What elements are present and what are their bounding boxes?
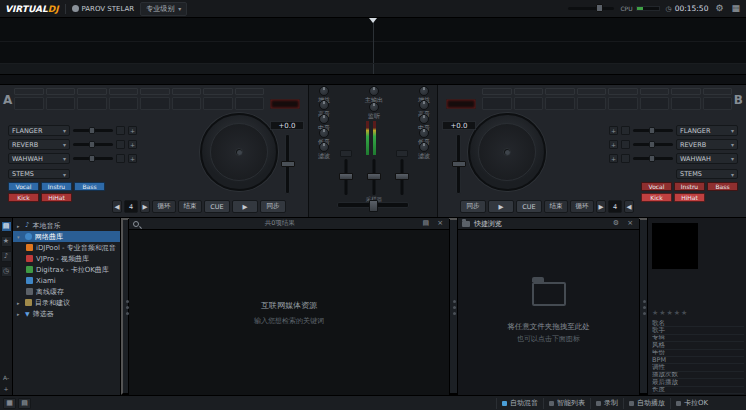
rail-favorites-button[interactable]: ★ — [1, 236, 12, 247]
hotcue-pad[interactable] — [671, 97, 701, 110]
master-volume-thumb[interactable] — [596, 4, 603, 12]
side-tab-left[interactable] — [121, 218, 129, 395]
pad-mode-button[interactable] — [46, 88, 76, 95]
master-volume-slider[interactable] — [568, 7, 614, 10]
hotcue-pad[interactable] — [514, 97, 544, 110]
pad-mode-button[interactable] — [77, 88, 107, 95]
eq-low-knob-ch2[interactable] — [419, 128, 429, 138]
rail-history-button[interactable]: ◷ — [1, 266, 12, 277]
jog-wheel[interactable] — [468, 113, 546, 191]
effect-slider-thumb[interactable] — [649, 155, 655, 162]
effect-amount-slider[interactable] — [73, 157, 113, 160]
stem-instru-button[interactable]: Instru — [674, 182, 705, 191]
eq-low-knob-ch1[interactable] — [319, 128, 329, 138]
stem-instru-button[interactable]: Instru — [41, 182, 72, 191]
pfl-button-ch2[interactable] — [396, 150, 408, 157]
cue-button[interactable]: CUE — [516, 200, 542, 213]
effect-toggle-button[interactable] — [116, 154, 125, 163]
stem-bass-button[interactable]: Bass — [707, 182, 738, 191]
pitch-slider[interactable] — [285, 134, 290, 194]
pad-mode-button[interactable] — [14, 88, 44, 95]
hotcue-pad[interactable] — [235, 97, 265, 110]
pad-mode-button[interactable] — [640, 88, 670, 95]
effect-add-button[interactable]: + — [128, 140, 137, 149]
pad-mode-button[interactable] — [109, 88, 139, 95]
eq-mid-knob-ch2[interactable] — [419, 114, 429, 124]
effect-amount-slider[interactable] — [633, 129, 673, 132]
waveform-display[interactable] — [0, 18, 746, 64]
karaoke-button[interactable]: 卡拉OK — [670, 398, 713, 409]
sidebar-item-vjpro[interactable]: VJPro - 视频曲库 — [13, 253, 120, 264]
loop-half-button[interactable]: ◀ — [624, 200, 634, 213]
stem-hihat-button[interactable]: HiHat — [674, 193, 705, 202]
loop-half-button[interactable]: ◀ — [112, 200, 122, 213]
grid-view-button[interactable]: ▦ — [3, 398, 16, 409]
effect-slider-thumb[interactable] — [89, 155, 95, 162]
master-volume-knob[interactable] — [369, 86, 379, 96]
effect-toggle-button[interactable] — [621, 154, 630, 163]
stem-kick-button[interactable]: Kick — [8, 193, 39, 202]
autoplay-button[interactable]: 自动播放 — [623, 398, 670, 409]
play-button[interactable]: ▶ — [232, 200, 258, 213]
pad-mode-button[interactable] — [172, 88, 202, 95]
stem-kick-button[interactable]: Kick — [641, 193, 672, 202]
loop-exit-button[interactable]: 结束 — [544, 200, 568, 213]
hotcue-pad[interactable] — [703, 97, 733, 110]
sidebar-item-online-catalogs[interactable]: ▾ 网络曲库 — [13, 231, 120, 242]
layout-grid-button[interactable]: ▦ — [730, 4, 741, 13]
eq-high-knob-ch1[interactable] — [319, 100, 329, 110]
channel-fader-2[interactable] — [395, 159, 409, 195]
expander-icon[interactable]: ▸ — [17, 311, 22, 317]
loop-exit-button[interactable]: 结束 — [178, 200, 202, 213]
effect-toggle-button[interactable] — [621, 140, 630, 149]
search-icon[interactable] — [133, 221, 139, 227]
effect-toggle-button[interactable] — [116, 126, 125, 135]
side-tab-right[interactable] — [639, 218, 647, 395]
pad-mode-button[interactable] — [203, 88, 233, 95]
font-larger-button[interactable]: + — [3, 385, 8, 392]
hotcue-pad[interactable] — [46, 97, 76, 110]
effect-add-button[interactable]: + — [128, 126, 137, 135]
sidebar-item-digitrax[interactable]: Digitrax - 卡拉OK曲库 — [13, 264, 120, 275]
gain-knob-ch1[interactable] — [319, 86, 329, 96]
sidebar-item-filters[interactable]: ▸ ▼ 筛选器 — [13, 308, 120, 319]
effect-select[interactable]: REVERB▾ — [676, 139, 738, 150]
hotcue-pad[interactable] — [577, 97, 607, 110]
cue-button[interactable]: CUE — [204, 200, 230, 213]
fader-thumb[interactable] — [339, 173, 353, 180]
loop-double-button[interactable]: ▶ — [140, 200, 150, 213]
pad-mode-button[interactable] — [545, 88, 575, 95]
sync-button[interactable]: 同步 — [260, 200, 286, 213]
pad-mode-button[interactable] — [514, 88, 544, 95]
filter-knob-ch1[interactable] — [319, 142, 329, 152]
record-button[interactable]: 录制 — [590, 398, 623, 409]
effect-amount-slider[interactable] — [633, 157, 673, 160]
list-view-button[interactable]: ▤ — [18, 398, 31, 409]
sidebar-item-local-music[interactable]: ▸ ♪ 本地音乐 — [13, 220, 120, 231]
eq-high-knob-ch2[interactable] — [419, 100, 429, 110]
effect-add-button[interactable]: + — [609, 126, 618, 135]
hotcue-pad[interactable] — [203, 97, 233, 110]
pad-mode-button[interactable] — [482, 88, 512, 95]
smart-playlist-button[interactable]: 智能列表 — [543, 398, 590, 409]
sidebar-item-xiami[interactable]: Xiami — [13, 275, 120, 286]
pad-mode-button[interactable] — [577, 88, 607, 95]
hotcue-pad[interactable] — [482, 97, 512, 110]
hotcue-pad[interactable] — [172, 97, 202, 110]
pfl-button-ch1[interactable] — [340, 150, 352, 157]
stems-select[interactable]: STEMS▾ — [676, 169, 738, 179]
effect-add-button[interactable]: + — [609, 154, 618, 163]
rail-music-button[interactable]: ♪ — [1, 251, 12, 262]
hotcue-pad[interactable] — [14, 97, 44, 110]
gain-knob-ch2[interactable] — [419, 86, 429, 96]
effect-select[interactable]: WAHWAH▾ — [676, 153, 738, 164]
hotcue-pad[interactable] — [640, 97, 670, 110]
pad-mode-button[interactable] — [235, 88, 265, 95]
pitch-slider[interactable] — [456, 134, 461, 194]
stem-vocal-button[interactable]: Vocal — [641, 182, 672, 191]
effect-add-button[interactable]: + — [609, 140, 618, 149]
effect-add-button[interactable]: + — [128, 154, 137, 163]
fader-thumb[interactable] — [367, 173, 381, 180]
pad-mode-button[interactable] — [703, 88, 733, 95]
effect-slider-thumb[interactable] — [649, 127, 655, 134]
